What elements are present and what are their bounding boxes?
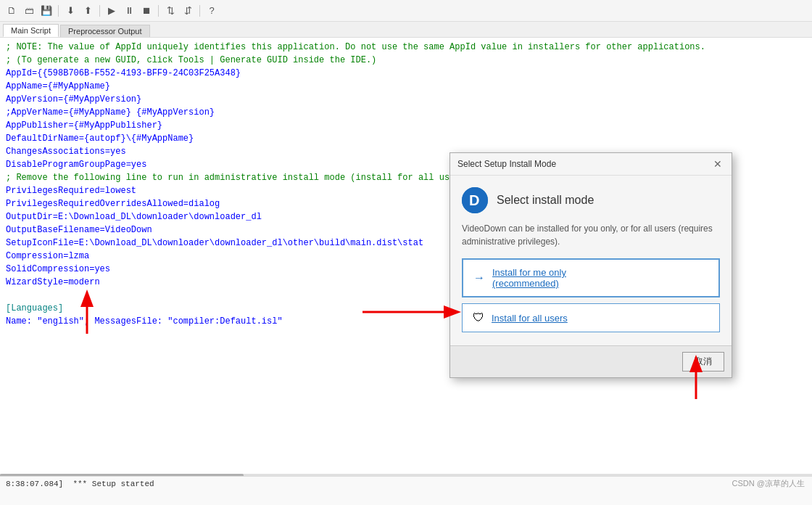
- install-option-me[interactable]: → Install for me only(recommended): [462, 258, 720, 297]
- toolbar-icon-download[interactable]: ⬇: [63, 4, 78, 18]
- dialog-logo: D: [462, 187, 488, 213]
- toolbar-sep-3: [158, 5, 159, 17]
- dialog-main-title: Select install mode: [497, 194, 594, 207]
- watermark: CSDN @凉草的人生: [732, 478, 805, 489]
- dialog-close-button[interactable]: ✕: [711, 157, 724, 171]
- tabs-bar: Main Script Preprocessor Output: [0, 22, 812, 38]
- toolbar: 🗋 🗃 💾 ⬇ ⬆ ▶ ⏸ ⏹ ⇅ ⇵ ?: [0, 0, 812, 22]
- install-me-label: Install for me only(recommended): [492, 267, 566, 289]
- dialog-title: Select Setup Install Mode: [457, 159, 556, 169]
- svg-text:D: D: [469, 192, 479, 208]
- code-line-2: ; (To generate a new GUID, click Tools |…: [6, 54, 806, 67]
- dialog-titlebar: Select Setup Install Mode ✕: [450, 153, 732, 176]
- toolbar-icon-arrows2[interactable]: ⇵: [181, 4, 195, 18]
- arrow-right-icon: →: [473, 271, 485, 284]
- shield-icon: 🛡: [473, 311, 484, 324]
- log-area: 8:38:07.084] *** Setup started: [0, 476, 812, 505]
- toolbar-icon-1[interactable]: 🗋: [4, 4, 19, 18]
- toolbar-icon-stop[interactable]: ⏹: [139, 4, 154, 18]
- dialog-description: VideoDown can be installed for you only,…: [462, 222, 720, 248]
- tab-preprocessor[interactable]: Preprocessor Output: [60, 25, 150, 37]
- code-line-4: AppName={#MyAppName}: [6, 80, 806, 93]
- code-line-8: DefaultDirName={autopf}\{#MyAppName}: [6, 132, 806, 145]
- log-timestamp: 8:38:07.084]: [6, 480, 63, 488]
- dialog-body: D Select install mode VideoDown can be i…: [450, 176, 732, 345]
- toolbar-icon-run[interactable]: ▶: [104, 4, 119, 18]
- toolbar-sep-4: [199, 5, 200, 17]
- toolbar-icon-arrows[interactable]: ⇅: [163, 4, 178, 18]
- code-line-1: ; NOTE: The value of AppId uniquely iden…: [6, 41, 806, 54]
- toolbar-icon-pause[interactable]: ⏸: [122, 4, 136, 18]
- code-line-6: ;AppVerName={#MyAppName} {#MyAppVersion}: [6, 106, 806, 119]
- install-allusers-label: Install for all users: [492, 313, 568, 324]
- install-option-allusers[interactable]: 🛡 Install for all users: [462, 303, 720, 332]
- toolbar-icon-upload[interactable]: ⬆: [80, 4, 95, 18]
- install-mode-dialog: Select Setup Install Mode ✕ D Select ins…: [450, 152, 732, 378]
- toolbar-icon-help[interactable]: ?: [204, 4, 219, 18]
- cancel-button[interactable]: 取消: [682, 352, 724, 371]
- code-line-3: AppId={{598B706B-F552-4193-BFF9-24C03F25…: [6, 67, 806, 80]
- toolbar-sep-1: [58, 5, 59, 17]
- tab-main-script[interactable]: Main Script: [3, 24, 59, 37]
- log-message: *** Setup started: [72, 480, 154, 488]
- toolbar-icon-2[interactable]: 🗃: [22, 4, 36, 18]
- code-line-5: AppVersion={#MyAppVersion}: [6, 93, 806, 106]
- toolbar-icon-save[interactable]: 💾: [39, 4, 54, 18]
- dialog-header-row: D Select install mode: [462, 187, 720, 213]
- dialog-footer: 取消: [450, 345, 732, 377]
- code-line-7: AppPublisher={#MyAppPublisher}: [6, 119, 806, 132]
- toolbar-sep-2: [99, 5, 100, 17]
